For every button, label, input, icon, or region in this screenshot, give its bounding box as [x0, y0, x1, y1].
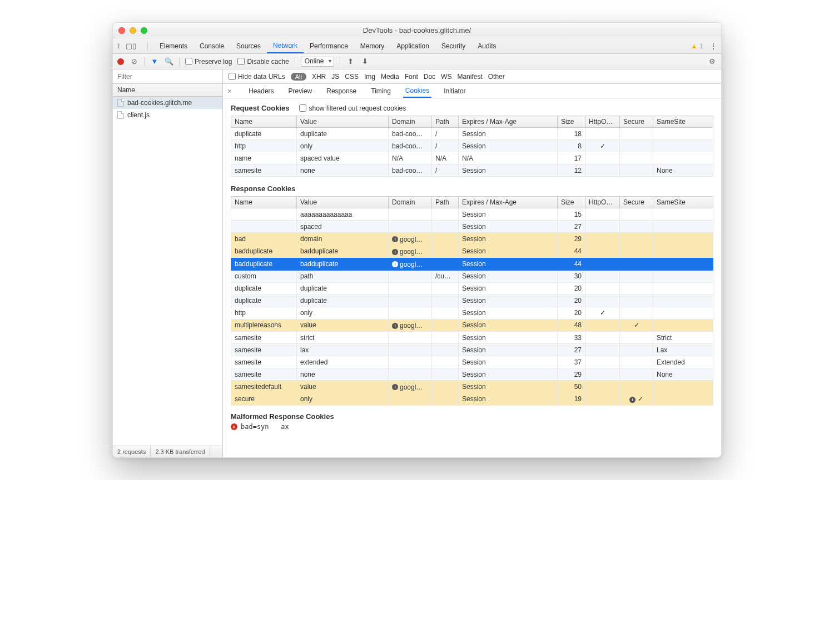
upload-icon[interactable]: ⬆: [346, 57, 355, 66]
window-title: DevTools - bad-cookies.glitch.me/: [113, 26, 721, 34]
main-tab-audits[interactable]: Audits: [471, 38, 502, 53]
warning-count[interactable]: ▲1: [691, 42, 703, 50]
response-cookies-section: Response Cookies NameValueDomainPathExpi…: [223, 179, 721, 408]
more-menu-icon[interactable]: ⋮: [710, 42, 717, 50]
filter-toggle-icon[interactable]: ▼: [150, 57, 159, 66]
column-header[interactable]: SameSite: [653, 116, 713, 128]
column-header[interactable]: HttpO…: [585, 197, 620, 208]
column-header[interactable]: Value: [297, 116, 389, 128]
cookie-row[interactable]: multiplereasonsvalueigoogl…Session48✓: [231, 319, 713, 332]
main-tab-security[interactable]: Security: [435, 38, 471, 53]
detail-tab-preview[interactable]: Preview: [286, 84, 315, 98]
column-header[interactable]: Name: [231, 116, 297, 128]
column-header[interactable]: Name: [231, 197, 297, 208]
preserve-log-checkbox[interactable]: Preserve log: [185, 58, 232, 66]
cookie-row[interactable]: aaaaaaaaaaaaaaSession15: [231, 208, 713, 221]
device-toggle-icon[interactable]: ▢▯: [126, 42, 136, 50]
response-cookies-table: NameValueDomainPathExpires / Max-AgeSize…: [231, 196, 713, 406]
main-tab-elements[interactable]: Elements: [153, 38, 193, 53]
cookie-row[interactable]: badduplicatebadduplicateigoogl…Session44: [231, 258, 713, 271]
cookie-row[interactable]: badduplicatebadduplicateigoogl…Session44: [231, 245, 713, 258]
cookie-row[interactable]: samesitestrictSession33Strict: [231, 332, 713, 344]
document-icon: [117, 111, 124, 119]
column-header[interactable]: Secure: [620, 116, 653, 128]
cookie-row[interactable]: duplicateduplicatebad-coo…/Session18: [231, 128, 713, 140]
column-header[interactable]: Path: [432, 116, 459, 128]
disable-cache-checkbox[interactable]: Disable cache: [237, 58, 289, 66]
cookie-row[interactable]: samesitenoneSession29None: [231, 368, 713, 381]
column-header[interactable]: Domain: [389, 116, 432, 128]
maximize-button[interactable]: [141, 27, 147, 34]
cookie-row[interactable]: samesitedefaultvalueigoogl…Session50: [231, 381, 713, 393]
column-header[interactable]: Value: [297, 197, 389, 208]
type-filter-media[interactable]: Media: [381, 73, 399, 81]
column-header[interactable]: Expires / Max-Age: [459, 197, 558, 208]
close-button[interactable]: [118, 27, 125, 34]
request-list-header[interactable]: Name: [113, 84, 222, 97]
main-tab-console[interactable]: Console: [193, 38, 230, 53]
main-tab-performance[interactable]: Performance: [304, 38, 354, 53]
column-header[interactable]: Expires / Max-Age: [459, 116, 558, 128]
record-button[interactable]: [117, 58, 124, 65]
cookie-row[interactable]: httponlySession20✓: [231, 307, 713, 319]
type-filter-css[interactable]: CSS: [345, 73, 359, 81]
cookie-row[interactable]: duplicateduplicateSession20: [231, 282, 713, 294]
type-filter-font[interactable]: Font: [405, 73, 418, 81]
main-tab-network[interactable]: Network: [267, 38, 304, 53]
cookie-row[interactable]: custompath/cu…Session30: [231, 270, 713, 282]
traffic-lights: [118, 27, 147, 34]
close-details-icon[interactable]: ×: [227, 87, 232, 96]
hide-data-urls-checkbox[interactable]: Hide data URLs: [229, 73, 285, 81]
detail-tab-response[interactable]: Response: [324, 84, 359, 98]
column-header[interactable]: Path: [432, 197, 459, 208]
column-header[interactable]: Size: [558, 197, 585, 208]
cookie-row[interactable]: duplicateduplicateSession20: [231, 294, 713, 307]
inspect-icon[interactable]: ⟟: [117, 42, 120, 51]
column-header[interactable]: HttpO…: [585, 116, 620, 128]
cookie-row[interactable]: samesitelaxSession27Lax: [231, 344, 713, 356]
request-cookies-section: Request Cookies show filtered out reques…: [223, 98, 721, 179]
throttling-select[interactable]: Online: [301, 57, 335, 67]
error-icon: ✕: [231, 423, 237, 430]
request-item[interactable]: client.js: [113, 109, 222, 121]
main-tabs: ⟟ ▢▯ ElementsConsoleSourcesNetworkPerfor…: [113, 38, 721, 54]
search-icon[interactable]: 🔍: [165, 57, 173, 66]
detail-tab-cookies[interactable]: Cookies: [403, 84, 431, 98]
malformed-cookies-section: Malformed Response Cookies ✕ bad=syn ax: [223, 408, 721, 435]
main-tab-sources[interactable]: Sources: [230, 38, 267, 53]
type-filter-other[interactable]: Other: [488, 73, 505, 81]
type-filter-all[interactable]: All: [291, 73, 306, 81]
column-header[interactable]: Domain: [389, 197, 432, 208]
column-header[interactable]: Secure: [620, 197, 653, 208]
type-filter-ws[interactable]: WS: [441, 73, 451, 81]
details-pane: × HeadersPreviewResponseTimingCookiesIni…: [223, 84, 721, 457]
cookie-row[interactable]: namespaced valueN/AN/AN/A17: [231, 152, 713, 164]
cookie-row[interactable]: spacedSession27: [231, 221, 713, 233]
type-filter-xhr[interactable]: XHR: [312, 73, 326, 81]
malformed-cookies-title: Malformed Response Cookies: [231, 412, 334, 421]
cookie-row[interactable]: httponlybad-coo…/Session8✓: [231, 140, 713, 152]
show-filtered-checkbox[interactable]: show filtered out request cookies: [299, 104, 406, 112]
detail-tab-initiator[interactable]: Initiator: [441, 84, 468, 98]
type-filter-js[interactable]: JS: [331, 73, 339, 81]
minimize-button[interactable]: [130, 27, 136, 34]
column-header[interactable]: SameSite: [653, 197, 713, 208]
main-tab-application[interactable]: Application: [390, 38, 435, 53]
request-item[interactable]: bad-cookies.glitch.me: [113, 97, 222, 109]
cookie-row[interactable]: samesitenonebad-coo…/Session12None: [231, 164, 713, 177]
type-filter-img[interactable]: Img: [364, 73, 375, 81]
info-icon: i: [392, 384, 398, 390]
detail-tab-headers[interactable]: Headers: [246, 84, 276, 98]
type-filter-doc[interactable]: Doc: [424, 73, 435, 81]
filter-input[interactable]: [113, 69, 223, 83]
settings-icon[interactable]: ⚙: [708, 57, 717, 66]
cookie-row[interactable]: samesiteextendedSession37Extended: [231, 356, 713, 368]
cookie-row[interactable]: baddomainigoogl…Session29: [231, 233, 713, 246]
detail-tab-timing[interactable]: Timing: [369, 84, 393, 98]
clear-icon[interactable]: ⊘: [130, 57, 138, 66]
main-tab-memory[interactable]: Memory: [354, 38, 390, 53]
download-icon[interactable]: ⬇: [360, 57, 369, 66]
type-filter-manifest[interactable]: Manifest: [457, 73, 482, 81]
column-header[interactable]: Size: [558, 116, 585, 128]
cookie-row[interactable]: secureonlySession19i ✓: [231, 393, 713, 405]
